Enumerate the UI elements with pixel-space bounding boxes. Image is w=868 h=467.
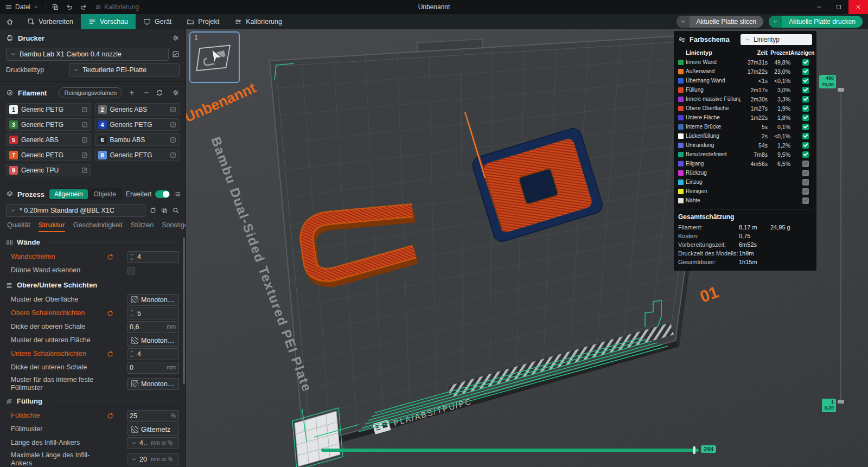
top-shell-spinner[interactable]: 5 — [127, 308, 179, 319]
bed-type-select[interactable]: Texturierte PEI-Platte — [69, 63, 180, 76]
tab-preview[interactable]: Vorschau — [81, 14, 136, 29]
bottom-shell-thickness-input[interactable]: 0 mm — [127, 362, 179, 374]
bottom-surface-pattern-select[interactable]: Monotonisch — [127, 335, 179, 347]
process-tab[interactable]: Qualität — [7, 221, 30, 232]
remove-filament-button[interactable] — [141, 87, 151, 98]
line-type-visibility-checkbox[interactable] — [802, 105, 809, 112]
edit-printer-icon[interactable] — [172, 50, 180, 58]
thin-wall-checkbox[interactable] — [127, 267, 135, 274]
color-scheme-select[interactable]: Linientyp — [741, 34, 812, 45]
filament-slot[interactable]: 2 Generic ABS — [95, 103, 180, 116]
process-tab[interactable]: Geschwindigkeit — [73, 221, 123, 232]
line-type-visibility-checkbox[interactable] — [802, 124, 809, 130]
wall-loops-spinner[interactable]: 4 — [127, 251, 179, 263]
line-type-visibility-checkbox[interactable] — [802, 78, 809, 84]
edit-filament-icon[interactable] — [170, 121, 176, 128]
search-settings-icon[interactable] — [172, 207, 180, 214]
segment-global[interactable]: Allgemein — [49, 189, 88, 199]
printer-settings-gear-icon[interactable] — [172, 34, 180, 42]
segment-objects[interactable]: Objekte — [89, 189, 121, 199]
sync-filament-icon[interactable] — [156, 89, 163, 97]
line-type-visibility-checkbox[interactable] — [802, 179, 809, 185]
spinner-arrows[interactable] — [128, 252, 136, 261]
add-filament-button[interactable] — [126, 87, 137, 98]
filament-slot[interactable]: 7 Generic PETG — [6, 149, 91, 161]
line-type-visibility-checkbox[interactable] — [802, 68, 809, 75]
undo-button[interactable] — [62, 0, 76, 14]
reset-preset-icon[interactable] — [149, 207, 157, 214]
line-type-visibility-checkbox[interactable] — [802, 161, 809, 167]
reset-value-icon[interactable] — [106, 350, 114, 358]
line-type-visibility-checkbox[interactable] — [802, 87, 809, 93]
tab-home[interactable] — [0, 14, 20, 29]
move-progress-slider[interactable]: 244 — [321, 449, 699, 452]
print-plate-button[interactable]: Aktuelle Platte drucken — [769, 16, 863, 28]
filament-slot[interactable]: 1 Generic PETG — [6, 103, 91, 116]
process-tab[interactable]: Stützen — [131, 221, 154, 232]
infill-anchor-max-select[interactable]: 20 mm or % — [127, 453, 179, 465]
save-preset-icon[interactable] — [161, 207, 168, 214]
close-button[interactable] — [848, 0, 868, 14]
slice-plate-button[interactable]: Aktuelle Platte slicen — [676, 16, 764, 28]
advanced-toggle[interactable] — [155, 190, 170, 198]
reset-value-icon[interactable] — [106, 310, 114, 317]
reset-value-icon[interactable] — [106, 253, 114, 261]
line-type-visibility-checkbox[interactable] — [802, 133, 809, 139]
filament-slot[interactable]: 4 Generic PETG — [95, 118, 180, 131]
params-scrollbar[interactable] — [183, 238, 185, 384]
infill-anchor-select[interactable]: 400% mm or % — [127, 437, 179, 449]
viewport-3d[interactable]: Bambu Dual-Sided Textured PEI Plate Unbe… — [186, 29, 868, 467]
edit-filament-icon[interactable] — [170, 152, 176, 158]
tab-prepare[interactable]: Vorbereiten — [20, 14, 81, 29]
internal-solid-pattern-select[interactable]: Monotonisch — [127, 378, 179, 390]
line-type-visibility-checkbox[interactable] — [802, 142, 809, 149]
spinner-arrows[interactable] — [128, 309, 136, 318]
line-type-visibility-checkbox[interactable] — [802, 188, 809, 195]
top-surface-pattern-select[interactable]: Monotonisc... — [127, 294, 179, 306]
filament-slot[interactable]: 5 Generic ABS — [6, 133, 91, 146]
move-slider-handle[interactable] — [693, 446, 695, 454]
layer-slider-bottom-handle[interactable] — [838, 400, 844, 404]
printer-select[interactable]: Bambu Lab X1 Carbon 0.4 nozzle — [6, 48, 169, 61]
print-options-dropdown[interactable] — [769, 16, 782, 28]
filament-settings-gear-icon[interactable] — [172, 89, 180, 97]
reset-value-icon[interactable] — [106, 412, 114, 420]
tab-project[interactable]: Projekt — [179, 14, 227, 29]
process-tab[interactable]: Struktur — [39, 221, 65, 232]
bottom-shell-spinner[interactable]: 4 — [127, 348, 179, 360]
process-preset-select[interactable]: * 0.20mm Standard @BBL X1C — [6, 204, 145, 217]
line-type-visibility-checkbox[interactable] — [802, 59, 809, 66]
slice-options-dropdown[interactable] — [676, 16, 690, 28]
redo-button[interactable] — [76, 0, 91, 14]
flushing-volumes-button[interactable]: Reinigungsvolumen — [59, 87, 122, 98]
line-type-visibility-checkbox[interactable] — [802, 197, 809, 204]
tab-device[interactable]: Gerät — [136, 14, 179, 29]
line-type-visibility-checkbox[interactable] — [802, 170, 809, 176]
process-tab[interactable]: Sonstiges — [162, 221, 186, 232]
infill-pattern-select[interactable]: Gitternetz — [127, 424, 179, 436]
file-menu[interactable]: Datei — [0, 0, 43, 14]
edit-filament-icon[interactable] — [81, 121, 88, 128]
filament-slot[interactable]: 3 Generic PETG — [6, 118, 91, 131]
filament-slot[interactable]: 6 Bambu ABS — [95, 133, 180, 146]
edit-filament-icon[interactable] — [81, 106, 88, 113]
infill-density-input[interactable]: 25 % — [127, 410, 179, 422]
line-type-visibility-checkbox[interactable] — [802, 96, 809, 103]
layer-range-slider[interactable]: 400 70,00 1 0,20 — [840, 89, 841, 402]
layer-slider-top-handle[interactable] — [838, 88, 844, 92]
line-type-visibility-checkbox[interactable] — [802, 114, 809, 121]
top-shell-thickness-input[interactable]: 0,6 mm — [127, 321, 179, 333]
edit-filament-icon[interactable] — [170, 106, 176, 113]
line-type-visibility-checkbox[interactable] — [802, 151, 809, 158]
filament-slot[interactable]: 8 Generic PETG — [95, 149, 180, 161]
edit-filament-icon[interactable] — [81, 152, 88, 158]
settings-list-icon[interactable] — [174, 190, 181, 198]
filament-slot[interactable]: 9 Generic TPU — [6, 164, 91, 176]
spinner-arrows[interactable] — [128, 349, 136, 359]
edit-filament-icon[interactable] — [170, 137, 176, 143]
plate-button[interactable] — [48, 0, 62, 14]
edit-filament-icon[interactable] — [81, 167, 88, 174]
tab-calibration[interactable]: Kalibrierung — [227, 14, 290, 29]
edit-filament-icon[interactable] — [81, 137, 88, 143]
maximize-button[interactable] — [829, 0, 848, 14]
